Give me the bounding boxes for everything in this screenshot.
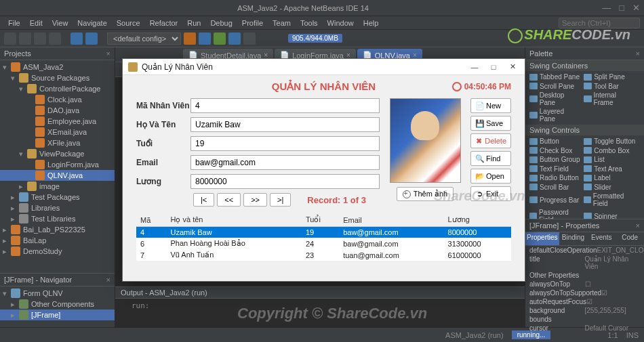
ide-titlebar: ASM_Java2 - Apache NetBeans IDE 14 — □ ✕ <box>0 0 644 16</box>
exit-button[interactable]: ➲Exit <box>470 186 511 201</box>
menu-help[interactable]: Help <box>359 18 383 28</box>
property-row[interactable]: cursorDefault Cursor <box>525 324 644 333</box>
property-row[interactable]: alwaysOnTopSupported☑ <box>525 288 644 297</box>
palette-item[interactable]: Toggle Button <box>582 137 637 146</box>
debug-icon[interactable] <box>228 33 241 45</box>
palette-item[interactable]: Text Field <box>528 165 582 173</box>
nav-first[interactable]: |< <box>193 193 214 207</box>
palette-item[interactable]: Formatted Field <box>582 192 637 208</box>
input-name[interactable] <box>190 117 380 132</box>
palette-item[interactable]: Label <box>582 173 637 182</box>
palette-item[interactable]: Check Box <box>528 146 582 155</box>
save-icon[interactable] <box>49 33 61 45</box>
menu-view[interactable]: View <box>48 18 73 28</box>
menu-tools[interactable]: Tools <box>296 18 322 28</box>
property-row[interactable]: Other Properties <box>525 271 644 280</box>
menu-source[interactable]: Source <box>113 18 144 28</box>
config-select[interactable]: <default config> <box>107 33 181 45</box>
close-icon[interactable]: × <box>106 49 110 58</box>
palette-item[interactable]: Progress Bar <box>528 196 582 205</box>
palette-item[interactable]: Button <box>528 137 582 146</box>
palette-item[interactable]: List <box>582 155 637 164</box>
project-tree[interactable]: ▾ASM_Java2 ▾Source Packages ▾ControllerP… <box>0 60 115 273</box>
close-icon[interactable]: × <box>106 276 110 284</box>
table-row[interactable]: 4Uzamik Baw19baw@gmail.com8000000 <box>136 227 511 238</box>
undo-icon[interactable] <box>71 33 83 45</box>
palette-item[interactable]: Scroll Bar <box>528 183 582 192</box>
property-row[interactable]: defaultCloseOperationEXIT_ON_CLOSE <box>525 246 644 255</box>
save-button[interactable]: 💾Save <box>470 116 511 131</box>
palette-item[interactable]: Text Area <box>582 165 637 173</box>
delete-button[interactable]: ✖Delete <box>470 133 511 148</box>
menu-edit[interactable]: Edit <box>26 18 47 28</box>
menu-file[interactable]: File <box>4 18 24 28</box>
property-row[interactable]: titleQuản Lý Nhân Viên <box>525 255 644 271</box>
palette-item[interactable]: Layered Pane <box>528 107 582 123</box>
open-icon[interactable] <box>34 33 46 45</box>
palette-item[interactable]: Slider <box>582 183 637 192</box>
menu-profile[interactable]: Profile <box>238 18 267 28</box>
property-row[interactable]: background[255,255,255] <box>525 306 644 315</box>
new-file-icon[interactable] <box>4 33 16 45</box>
minimize-button[interactable]: — <box>602 3 611 13</box>
close-icon[interactable]: × <box>636 221 640 230</box>
input-age[interactable] <box>190 136 380 151</box>
nav-last[interactable]: >| <box>270 193 291 207</box>
run-icon[interactable] <box>214 33 226 45</box>
palette-item[interactable]: Desktop Pane <box>528 91 582 107</box>
palette-item[interactable]: Internal Frame <box>582 91 637 107</box>
palette-item[interactable]: Radio Button <box>528 173 582 182</box>
menu-team[interactable]: Team <box>268 18 295 28</box>
input-id[interactable] <box>190 98 380 113</box>
employee-table[interactable]: MãHọ và tênTuổiEmailLương 4Uzamik Baw19b… <box>136 213 511 261</box>
close-button[interactable]: ✕ <box>632 3 640 13</box>
memory-indicator[interactable]: 905.4/944.0MB <box>288 34 342 43</box>
palette-item[interactable]: Tool Bar <box>582 82 637 91</box>
maximize-button[interactable]: □ <box>619 3 624 13</box>
palette-item[interactable]: Password Field <box>528 208 582 219</box>
input-email[interactable] <box>190 155 380 170</box>
property-row[interactable]: bounds <box>525 315 644 324</box>
status-task: ASM_Java2 (run) <box>445 331 504 339</box>
proptab-events[interactable]: Events <box>587 232 616 245</box>
new-project-icon[interactable] <box>19 33 31 45</box>
property-row[interactable]: alwaysOnTop☐ <box>525 280 644 288</box>
dialog-heading: QUẢN LÝ NHÂN VIÊN <box>272 81 376 93</box>
menu-debug[interactable]: Debug <box>206 18 236 28</box>
open-button[interactable]: 📂Open <box>470 169 511 184</box>
palette-item[interactable]: Tabbed Pane <box>528 72 582 81</box>
palette-item[interactable]: Spinner <box>582 212 637 219</box>
add-image-button[interactable]: Thêm ảnh <box>397 187 454 201</box>
palette-item[interactable]: Scroll Pane <box>528 82 582 91</box>
palette-item[interactable]: Combo Box <box>582 146 637 155</box>
close-icon[interactable]: × <box>636 49 640 58</box>
search-input[interactable] <box>559 18 640 28</box>
clean-icon[interactable] <box>199 33 211 45</box>
property-row[interactable]: autoRequestFocus☑ <box>525 297 644 306</box>
palette-item[interactable]: Button Group <box>528 155 582 164</box>
table-row[interactable]: 6Phan Hoàng Hoài Bảo24baw@gmail.com31300… <box>136 238 511 249</box>
nav-next[interactable]: >> <box>243 193 267 207</box>
redo-icon[interactable] <box>85 33 98 45</box>
find-button[interactable]: 🔍Find <box>470 151 511 166</box>
dialog-minimize[interactable]: — <box>468 62 481 72</box>
navigator-tree[interactable]: ▾Form QLNV ▸Other Components ▸[JFrame] <box>0 286 115 327</box>
profile-icon[interactable] <box>243 33 256 45</box>
save-icon: 💾 <box>475 119 483 127</box>
proptab-binding[interactable]: Binding <box>559 232 588 245</box>
new-button[interactable]: 📄New <box>470 98 511 113</box>
dialog-close[interactable]: ✕ <box>506 62 519 72</box>
menu-navigate[interactable]: Navigate <box>73 18 110 28</box>
menu-run[interactable]: Run <box>183 18 205 28</box>
menu-refactor[interactable]: Refactor <box>146 18 182 28</box>
input-salary[interactable] <box>190 174 380 189</box>
dialog-maximize[interactable]: □ <box>487 62 500 72</box>
build-icon[interactable] <box>184 33 196 45</box>
palette-item[interactable]: Split Pane <box>582 72 637 81</box>
proptab-properties[interactable]: Properties <box>525 232 559 245</box>
table-row[interactable]: 7Vũ Anh Tuấn23tuan@gmail.com61000000 <box>136 249 511 261</box>
menu-window[interactable]: Window <box>323 18 358 28</box>
nav-prev[interactable]: << <box>217 193 241 207</box>
palette[interactable]: Swing Containers Tabbed PaneSplit PaneSc… <box>525 60 644 219</box>
proptab-code[interactable]: Code <box>616 232 644 245</box>
